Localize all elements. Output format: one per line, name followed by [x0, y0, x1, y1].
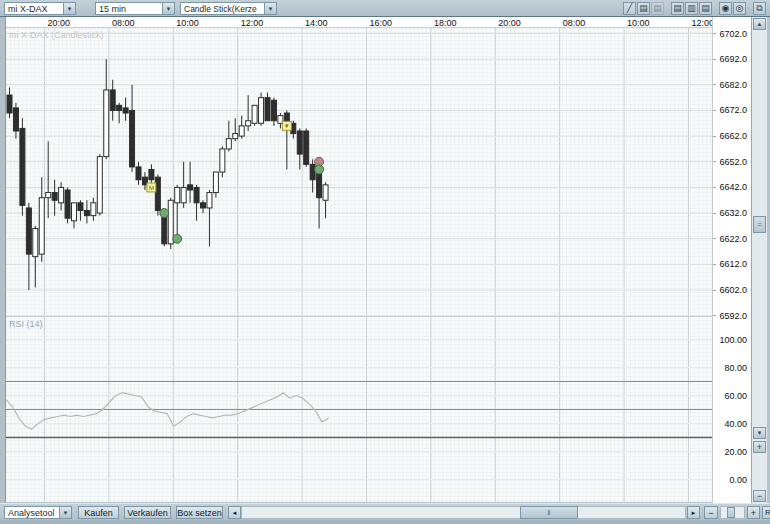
candle — [110, 80, 115, 121]
time-axis-label: 10:00 — [627, 18, 650, 28]
order-list-icon[interactable]: ▥ — [685, 2, 698, 15]
vertical-scrollbar-thumb[interactable]: = — [753, 216, 766, 233]
price-axis-tick — [713, 136, 716, 137]
buy-button[interactable]: Kaufen — [78, 506, 119, 519]
candle — [104, 59, 109, 159]
symbol-combo[interactable]: mi X-DAX ▼ — [4, 2, 76, 15]
rsi-axis-label: 60.00 — [713, 391, 747, 401]
price-axis-label: 6622.0 — [713, 234, 747, 244]
scroll-left-icon[interactable]: ◄ — [228, 506, 241, 519]
candle — [130, 85, 135, 172]
trade-marker — [315, 165, 324, 174]
candle — [271, 98, 276, 126]
price-axis-label: 6672.0 — [713, 105, 747, 115]
time-axis-label: 10:00 — [176, 18, 199, 28]
candle — [181, 162, 186, 208]
price-axis-label: 6652.0 — [713, 157, 747, 167]
price-axis-label: 6632.0 — [713, 208, 747, 218]
price-axis-tick — [713, 110, 716, 111]
candlestick-chart[interactable]: M▼ — [6, 28, 712, 502]
candle — [207, 190, 212, 246]
interval-combo[interactable]: 15 min ▼ — [95, 2, 175, 15]
candle — [91, 198, 96, 221]
zoom-out-button[interactable]: − — [753, 490, 766, 502]
draw-line-icon[interactable]: ╱ — [623, 2, 636, 15]
candle — [259, 93, 264, 126]
candle — [46, 141, 51, 218]
horizontal-scrollbar-thumb[interactable]: ‖ — [520, 506, 578, 519]
chevron-down-icon[interactable]: ▼ — [59, 506, 72, 519]
candle — [194, 185, 199, 221]
set-box-button[interactable]: Box setzen — [176, 506, 223, 519]
axis-labels-layer: 6702.06692.06682.06672.06662.06652.06642… — [713, 0, 750, 524]
candle — [7, 87, 12, 118]
chart-series-title: mi X-DAX (Candlestick) — [9, 30, 104, 40]
zoom-in-horizontal-button[interactable]: + — [747, 506, 760, 519]
svg-text:M: M — [149, 185, 154, 191]
price-axis-tick — [713, 161, 716, 162]
price-axis-tick — [713, 238, 716, 239]
analysetool-combo[interactable]: Analysetool ▼ — [4, 506, 72, 519]
trading-chart-window: mi X-DAX ▼ 15 min ▼ Candle Stick(Kerze ▼… — [0, 0, 770, 524]
chart-canvas[interactable]: M▼ — [6, 28, 712, 502]
price-axis-label: 6602.0 — [713, 285, 747, 295]
price-axis-tick — [713, 84, 716, 85]
interval-combo-value[interactable]: 15 min — [95, 2, 162, 15]
scroll-down-icon[interactable]: ▼ — [753, 427, 766, 439]
candle — [304, 128, 309, 166]
svg-text:▼: ▼ — [284, 123, 290, 129]
time-axis-label: 14:00 — [305, 18, 328, 28]
reset-view-button[interactable]: R — [762, 506, 770, 519]
candle — [72, 203, 77, 229]
quote-list-icon[interactable]: ▤ — [671, 2, 684, 15]
price-axis-tick — [713, 264, 716, 265]
candle — [59, 182, 64, 210]
horizontal-scrollbar-track[interactable] — [241, 506, 686, 519]
zoom-out-horizontal-button[interactable]: − — [704, 506, 718, 519]
candle — [78, 200, 83, 221]
chevron-down-icon[interactable]: ▼ — [264, 2, 277, 15]
candle — [97, 154, 102, 216]
price-axis-label: 6612.0 — [713, 259, 747, 269]
trade-list-icon[interactable]: ▤ — [699, 2, 712, 15]
cascade-windows-icon[interactable]: ⧉ — [753, 2, 766, 15]
candle — [188, 162, 193, 203]
sell-button[interactable]: Verkaufen — [124, 506, 171, 519]
scroll-right-icon[interactable]: ► — [687, 506, 700, 519]
trade-marker — [160, 209, 169, 218]
chart-type-combo-value[interactable]: Candle Stick(Kerze — [180, 2, 264, 15]
rsi-axis-label: 80.00 — [713, 363, 747, 373]
candle — [84, 200, 89, 223]
scroll-up-icon[interactable]: ▲ — [753, 18, 766, 30]
chevron-down-icon[interactable]: ▼ — [63, 2, 76, 15]
trade-marker: M — [147, 183, 156, 192]
price-axis-tick — [713, 315, 716, 316]
symbol-combo-value[interactable]: mi X-DAX — [4, 2, 63, 15]
zoom-in-button[interactable]: + — [753, 441, 766, 453]
time-axis-label: 20:00 — [498, 18, 521, 28]
candle — [33, 226, 38, 288]
price-axis-label: 6642.0 — [713, 182, 747, 192]
mini-scrollbar-track[interactable] — [720, 506, 745, 519]
candle — [265, 93, 270, 121]
time-axis-label: 12:00 — [692, 18, 715, 28]
candle — [65, 187, 70, 223]
rsi-axis-label: 100.00 — [713, 335, 747, 345]
chevron-down-icon[interactable]: ▼ — [162, 2, 175, 15]
analysetool-combo-value[interactable]: Analysetool — [4, 506, 59, 519]
price-axis-tick — [713, 290, 716, 291]
chart-type-combo[interactable]: Candle Stick(Kerze ▼ — [180, 2, 277, 15]
candle — [20, 118, 25, 215]
price-axis-label: 6692.0 — [713, 54, 747, 64]
data-table-icon[interactable]: ▤ — [637, 2, 650, 15]
mini-scrollbar-thumb[interactable] — [727, 507, 735, 518]
price-axis-label: 6592.0 — [713, 311, 747, 321]
vertical-scrollbar[interactable]: ▲ = ▼ + − — [751, 17, 767, 503]
price-axis-tick — [713, 213, 716, 214]
price-axis-tick — [713, 33, 716, 34]
price-axis-label: 6682.0 — [713, 80, 747, 90]
time-axis-label: 18:00 — [434, 18, 457, 28]
trade-marker: ▼ — [282, 121, 291, 130]
price-axis-tick — [713, 187, 716, 188]
candle — [13, 103, 18, 139]
